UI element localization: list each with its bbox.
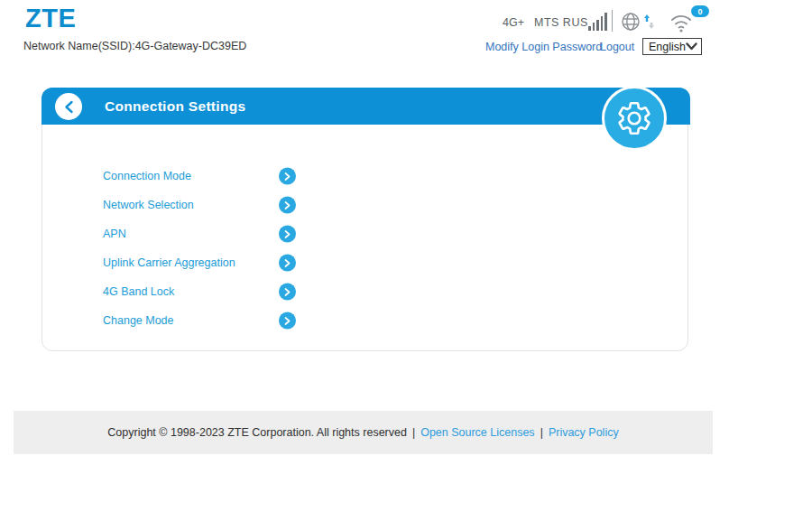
chevron-right-button[interactable] xyxy=(279,197,296,214)
menu-link-connection-mode[interactable]: Connection Mode xyxy=(103,170,191,182)
language-select-value: English xyxy=(649,41,686,53)
chevron-right-icon xyxy=(284,316,291,325)
copyright-text: Copyright © 1998-2023 ZTE Corporation. A… xyxy=(107,426,407,439)
chevron-right-icon xyxy=(284,172,291,181)
back-button[interactable] xyxy=(55,93,82,120)
connection-settings-panel: Connection Settings Connection Mode Netw… xyxy=(42,88,688,351)
status-divider xyxy=(612,10,613,32)
modify-login-password-link[interactable]: Modify Login Password xyxy=(485,41,602,53)
chevron-right-button[interactable] xyxy=(279,255,296,272)
menu-link-apn[interactable]: APN xyxy=(103,228,126,240)
signal-strength-icon xyxy=(588,12,608,31)
upload-arrow-icon xyxy=(644,14,650,22)
open-source-licenses-link[interactable]: Open Source Licenses xyxy=(420,426,534,439)
settings-gear-button[interactable] xyxy=(602,86,667,151)
wan-traffic-icon xyxy=(621,11,655,33)
privacy-policy-link[interactable]: Privacy Policy xyxy=(549,426,619,439)
chevron-right-button[interactable] xyxy=(279,284,296,301)
chevron-down-icon xyxy=(686,42,697,51)
network-type-label: 4G+ xyxy=(503,16,524,29)
page: ZTE Network Name(SSID):4G-Gateway-DC39ED… xyxy=(0,0,812,521)
menu-link-network-selection[interactable]: Network Selection xyxy=(103,199,194,211)
chevron-right-icon xyxy=(284,229,291,238)
download-arrow-icon xyxy=(649,23,654,29)
menu-link-change-mode[interactable]: Change Mode xyxy=(103,314,174,327)
settings-menu: Connection Mode Network Selection APN xyxy=(42,162,687,335)
zte-logo: ZTE xyxy=(25,4,76,33)
wifi-status-icon: 0 xyxy=(669,7,709,34)
chevron-right-icon xyxy=(284,287,291,296)
chevron-right-button[interactable] xyxy=(279,168,296,185)
menu-row-4g-band-lock: 4G Band Lock xyxy=(42,277,687,306)
menu-row-apn: APN xyxy=(42,219,687,248)
footer-separator: | xyxy=(407,426,420,439)
footer: Copyright © 1998-2023 ZTE Corporation. A… xyxy=(14,411,713,454)
menu-row-uplink-carrier-aggregation: Uplink Carrier Aggregation xyxy=(42,248,687,277)
chevron-right-icon xyxy=(284,258,291,267)
gear-icon xyxy=(615,99,653,137)
menu-link-uplink-carrier-aggregation[interactable]: Uplink Carrier Aggregation xyxy=(103,256,235,269)
chevron-right-button[interactable] xyxy=(279,226,296,243)
menu-row-change-mode: Change Mode xyxy=(42,306,687,335)
carrier-label: MTS RUS xyxy=(534,16,588,29)
language-select[interactable]: English xyxy=(642,38,702,55)
chevron-left-icon xyxy=(64,100,74,114)
footer-separator: | xyxy=(535,426,549,439)
menu-row-connection-mode: Connection Mode xyxy=(42,162,687,191)
chevron-right-button[interactable] xyxy=(279,312,296,330)
logout-link[interactable]: Logout xyxy=(600,41,634,53)
network-ssid-label: Network Name(SSID):4G-Gateway-DC39ED xyxy=(23,40,246,52)
chevron-right-icon xyxy=(284,200,291,209)
wifi-client-count-badge: 0 xyxy=(691,5,709,17)
menu-row-network-selection: Network Selection xyxy=(42,191,687,219)
panel-title: Connection Settings xyxy=(105,98,245,115)
menu-link-4g-band-lock[interactable]: 4G Band Lock xyxy=(103,285,174,298)
